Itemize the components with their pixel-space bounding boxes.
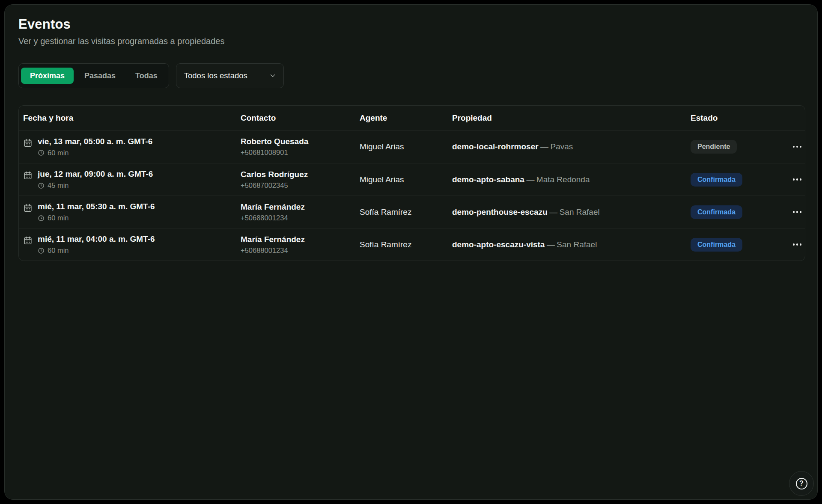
event-duration: 60 min [38,214,155,222]
agent-cell: Sofía Ramírez [360,240,452,249]
event-datetime: jue, 12 mar, 09:00 a. m. GMT-6 [38,169,153,179]
property-location: Pavas [551,142,573,151]
property-separator: — [540,142,548,151]
event-datetime: mié, 11 mar, 04:00 a. m. GMT-6 [38,234,155,244]
row-actions-button[interactable] [789,205,805,219]
column-header-property: Propiedad [452,113,691,123]
status-cell: Confirmada [691,173,789,187]
table-body: vie, 13 mar, 05:00 a. m. GMT-6 60 min Ro… [19,130,805,261]
ellipsis-icon [793,243,795,246]
property-location: San Rafael [557,240,597,249]
toolbar: Próximas Pasadas Todas Todos los estados [18,63,805,88]
page-title: Eventos [18,17,805,32]
contact-name: Roberto Quesada [241,137,360,146]
agent-name: Sofía Ramírez [360,240,411,249]
agent-cell: Miguel Arias [360,175,452,184]
tab-proximas[interactable]: Próximas [21,68,74,84]
date-cell: vie, 13 mar, 05:00 a. m. GMT-6 60 min [19,137,241,157]
status-badge: Confirmada [691,205,742,219]
calendar-icon [23,203,33,214]
property-name: demo-apto-sabana [452,175,524,184]
actions-cell [789,172,805,187]
tab-todas[interactable]: Todas [126,68,167,84]
calendar-icon [23,236,33,247]
ellipsis-icon [793,178,795,181]
contact-phone: +50681008901 [241,148,360,157]
event-datetime: vie, 13 mar, 05:00 a. m. GMT-6 [38,137,152,146]
contact-cell: María Fernández +50688001234 [241,202,360,222]
question-circle-icon: ? [796,478,807,489]
duration-label: 60 min [48,149,69,157]
table-row: mié, 11 mar, 04:00 a. m. GMT-6 60 min Ma… [19,228,805,261]
duration-label: 60 min [48,214,69,222]
column-header-contact: Contacto [241,113,360,123]
table-row: vie, 13 mar, 05:00 a. m. GMT-6 60 min Ro… [19,130,805,163]
clock-icon [38,247,45,254]
event-datetime: mié, 11 mar, 05:30 a. m. GMT-6 [38,202,155,211]
agent-name: Miguel Arias [360,142,404,151]
clock-icon [38,215,45,222]
events-page: Eventos Ver y gestionar las visitas prog… [4,4,818,500]
clock-icon [38,182,45,189]
date-cell: mié, 11 mar, 05:30 a. m. GMT-6 60 min [19,202,241,222]
actions-cell [789,139,805,154]
property-separator: — [549,208,557,216]
ellipsis-icon [793,146,795,148]
contact-phone: +50688001234 [241,214,360,222]
status-cell: Confirmada [691,205,789,219]
agent-cell: Sofía Ramírez [360,208,452,217]
date-cell: mié, 11 mar, 04:00 a. m. GMT-6 60 min [19,234,241,255]
events-table: Fecha y hora Contacto Agente Propiedad E… [18,105,805,261]
help-button[interactable]: ? [789,471,814,496]
tab-group: Próximas Pasadas Todas [18,63,169,88]
row-actions-button[interactable] [789,172,805,187]
actions-cell [789,237,805,252]
row-actions-button[interactable] [789,237,805,252]
contact-name: María Fernández [241,235,360,244]
column-header-agent: Agente [360,113,452,123]
contact-cell: Roberto Quesada +50681008901 [241,137,360,157]
actions-cell [789,205,805,219]
page-content: Eventos Ver y gestionar las visitas prog… [5,5,817,261]
status-filter-select[interactable]: Todos los estados [176,63,284,88]
status-cell: Confirmada [691,238,789,252]
agent-cell: Miguel Arias [360,142,452,151]
contact-cell: María Fernández +50688001234 [241,235,360,255]
property-cell: demo-apto-sabana — Mata Redonda [452,175,691,184]
status-badge: Confirmada [691,173,742,187]
property-name: demo-local-rohrmoser [452,142,539,151]
ellipsis-icon [793,211,795,213]
column-header-date: Fecha y hora [19,113,241,123]
duration-label: 60 min [48,246,69,255]
property-cell: demo-local-rohrmoser — Pavas [452,142,691,151]
tab-label: Todas [135,71,158,80]
property-cell: demo-apto-escazu-vista — San Rafael [452,240,691,249]
event-duration: 60 min [38,149,152,157]
chevron-down-icon [269,72,277,80]
table-row: mié, 11 mar, 05:30 a. m. GMT-6 60 min Ma… [19,196,805,228]
agent-name: Miguel Arias [360,175,404,184]
row-actions-button[interactable] [789,139,805,154]
contact-name: Carlos Rodríguez [241,170,360,179]
property-location: San Rafael [560,208,600,216]
agent-name: Sofía Ramírez [360,208,411,216]
column-header-status: Estado [691,113,789,123]
contact-phone: +50688001234 [241,246,360,255]
table-row: jue, 12 mar, 09:00 a. m. GMT-6 45 min Ca… [19,163,805,196]
contact-name: María Fernández [241,202,360,212]
status-cell: Pendiente [691,140,789,154]
status-badge: Confirmada [691,238,742,252]
property-location: Mata Redonda [536,175,590,184]
calendar-icon [23,138,33,149]
status-filter-selected-value: Todos los estados [184,71,247,80]
contact-phone: +50687002345 [241,181,360,190]
tab-pasadas[interactable]: Pasadas [75,68,125,84]
property-separator: — [547,240,555,249]
duration-label: 45 min [48,181,69,190]
tab-label: Próximas [30,71,65,80]
event-duration: 45 min [38,181,153,190]
property-name: demo-penthouse-escazu [452,208,548,216]
date-cell: jue, 12 mar, 09:00 a. m. GMT-6 45 min [19,169,241,190]
property-separator: — [526,175,534,184]
event-duration: 60 min [38,246,155,255]
